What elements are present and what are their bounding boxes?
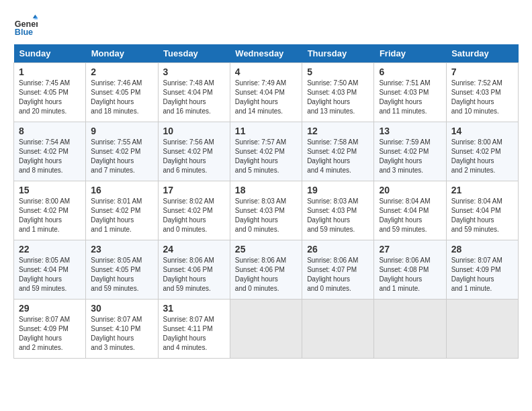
day-info: Sunrise: 8:06 AMSunset: 4:08 PMDaylight … — [379, 256, 441, 293]
day-number: 30 — [91, 303, 152, 314]
day-cell-4: 4Sunrise: 7:49 AMSunset: 4:04 PMDaylight… — [230, 63, 302, 122]
day-cell-29: 29Sunrise: 8:07 AMSunset: 4:09 PMDayligh… — [14, 300, 86, 359]
day-info: Sunrise: 8:04 AMSunset: 4:04 PMDaylight … — [451, 197, 513, 234]
day-number: 31 — [163, 303, 225, 314]
day-number: 10 — [163, 126, 225, 136]
day-info: Sunrise: 8:06 AMSunset: 4:07 PMDaylight … — [307, 256, 369, 293]
day-info: Sunrise: 7:46 AMSunset: 4:05 PMDaylight … — [91, 79, 152, 116]
day-cell-20: 20Sunrise: 8:04 AMSunset: 4:04 PMDayligh… — [374, 181, 446, 240]
calendar-week-3: 15Sunrise: 8:00 AMSunset: 4:02 PMDayligh… — [14, 181, 519, 240]
calendar-table: SundayMondayTuesdayWednesdayThursdayFrid… — [13, 44, 519, 359]
day-info: Sunrise: 7:48 AMSunset: 4:04 PMDaylight … — [163, 79, 225, 116]
day-number: 19 — [307, 185, 369, 195]
day-number: 7 — [451, 66, 513, 77]
logo: General Blue — [13, 13, 38, 38]
day-cell-28: 28Sunrise: 8:07 AMSunset: 4:09 PMDayligh… — [446, 240, 518, 300]
day-cell-19: 19Sunrise: 8:03 AMSunset: 4:03 PMDayligh… — [302, 181, 374, 240]
day-info: Sunrise: 8:05 AMSunset: 4:04 PMDaylight … — [19, 256, 81, 293]
day-cell-5: 5Sunrise: 7:50 AMSunset: 4:03 PMDaylight… — [302, 63, 374, 122]
empty-cell — [446, 300, 518, 359]
day-cell-27: 27Sunrise: 8:06 AMSunset: 4:08 PMDayligh… — [374, 240, 446, 300]
day-info: Sunrise: 7:45 AMSunset: 4:05 PMDaylight … — [19, 79, 81, 116]
day-number: 15 — [19, 185, 81, 195]
day-cell-11: 11Sunrise: 7:57 AMSunset: 4:02 PMDayligh… — [230, 122, 302, 181]
day-info: Sunrise: 7:51 AMSunset: 4:03 PMDaylight … — [379, 79, 441, 116]
day-number: 22 — [19, 244, 81, 255]
day-cell-2: 2Sunrise: 7:46 AMSunset: 4:05 PMDaylight… — [86, 63, 158, 122]
day-info: Sunrise: 8:05 AMSunset: 4:05 PMDaylight … — [91, 256, 152, 293]
calendar-week-5: 29Sunrise: 8:07 AMSunset: 4:09 PMDayligh… — [14, 300, 519, 359]
day-number: 4 — [235, 66, 297, 77]
day-cell-25: 25Sunrise: 8:06 AMSunset: 4:06 PMDayligh… — [230, 240, 302, 300]
day-cell-3: 3Sunrise: 7:48 AMSunset: 4:04 PMDaylight… — [158, 63, 230, 122]
logo-icon: General Blue — [13, 13, 38, 38]
calendar-week-2: 8Sunrise: 7:54 AMSunset: 4:02 PMDaylight… — [14, 122, 519, 181]
day-info: Sunrise: 7:58 AMSunset: 4:02 PMDaylight … — [307, 138, 369, 175]
day-info: Sunrise: 8:01 AMSunset: 4:02 PMDaylight … — [91, 197, 152, 234]
day-info: Sunrise: 7:59 AMSunset: 4:02 PMDaylight … — [379, 138, 441, 175]
day-info: Sunrise: 7:55 AMSunset: 4:02 PMDaylight … — [91, 138, 152, 175]
day-number: 23 — [91, 244, 152, 255]
day-info: Sunrise: 8:03 AMSunset: 4:03 PMDaylight … — [235, 197, 297, 234]
day-number: 24 — [163, 244, 225, 255]
day-cell-21: 21Sunrise: 8:04 AMSunset: 4:04 PMDayligh… — [446, 181, 518, 240]
day-info: Sunrise: 8:03 AMSunset: 4:03 PMDaylight … — [307, 197, 369, 234]
day-info: Sunrise: 8:04 AMSunset: 4:04 PMDaylight … — [379, 197, 441, 234]
day-number: 21 — [451, 185, 513, 195]
day-number: 27 — [379, 244, 441, 255]
day-info: Sunrise: 8:06 AMSunset: 4:06 PMDaylight … — [235, 256, 297, 293]
day-cell-1: 1Sunrise: 7:45 AMSunset: 4:05 PMDaylight… — [14, 63, 86, 122]
day-cell-30: 30Sunrise: 8:07 AMSunset: 4:10 PMDayligh… — [86, 300, 158, 359]
day-info: Sunrise: 8:00 AMSunset: 4:02 PMDaylight … — [451, 138, 513, 175]
day-cell-22: 22Sunrise: 8:05 AMSunset: 4:04 PMDayligh… — [14, 240, 86, 300]
day-number: 2 — [91, 66, 152, 77]
day-cell-6: 6Sunrise: 7:51 AMSunset: 4:03 PMDaylight… — [374, 63, 446, 122]
day-cell-12: 12Sunrise: 7:58 AMSunset: 4:02 PMDayligh… — [302, 122, 374, 181]
day-info: Sunrise: 7:50 AMSunset: 4:03 PMDaylight … — [307, 79, 369, 116]
day-info: Sunrise: 8:07 AMSunset: 4:11 PMDaylight … — [163, 315, 225, 353]
day-info: Sunrise: 7:57 AMSunset: 4:02 PMDaylight … — [235, 138, 297, 175]
column-header-wednesday: Wednesday — [230, 44, 302, 63]
day-info: Sunrise: 7:54 AMSunset: 4:02 PMDaylight … — [19, 138, 81, 175]
day-cell-24: 24Sunrise: 8:06 AMSunset: 4:06 PMDayligh… — [158, 240, 230, 300]
day-info: Sunrise: 8:07 AMSunset: 4:09 PMDaylight … — [451, 256, 513, 293]
day-info: Sunrise: 8:07 AMSunset: 4:09 PMDaylight … — [19, 315, 81, 353]
day-cell-9: 9Sunrise: 7:55 AMSunset: 4:02 PMDaylight… — [86, 122, 158, 181]
day-cell-18: 18Sunrise: 8:03 AMSunset: 4:03 PMDayligh… — [230, 181, 302, 240]
day-cell-8: 8Sunrise: 7:54 AMSunset: 4:02 PMDaylight… — [14, 122, 86, 181]
page-header: General Blue — [13, 13, 519, 38]
day-info: Sunrise: 7:52 AMSunset: 4:03 PMDaylight … — [451, 79, 513, 116]
day-number: 16 — [91, 185, 152, 195]
column-header-monday: Monday — [86, 44, 158, 63]
day-number: 26 — [307, 244, 369, 255]
day-number: 28 — [451, 244, 513, 255]
day-number: 17 — [163, 185, 225, 195]
day-cell-14: 14Sunrise: 8:00 AMSunset: 4:02 PMDayligh… — [446, 122, 518, 181]
column-header-thursday: Thursday — [302, 44, 374, 63]
day-cell-10: 10Sunrise: 7:56 AMSunset: 4:02 PMDayligh… — [158, 122, 230, 181]
column-header-friday: Friday — [374, 44, 446, 63]
day-number: 20 — [379, 185, 441, 195]
day-number: 25 — [235, 244, 297, 255]
day-cell-17: 17Sunrise: 8:02 AMSunset: 4:02 PMDayligh… — [158, 181, 230, 240]
day-cell-26: 26Sunrise: 8:06 AMSunset: 4:07 PMDayligh… — [302, 240, 374, 300]
column-header-saturday: Saturday — [446, 44, 518, 63]
day-number: 11 — [235, 126, 297, 136]
column-header-tuesday: Tuesday — [158, 44, 230, 63]
day-cell-7: 7Sunrise: 7:52 AMSunset: 4:03 PMDaylight… — [446, 63, 518, 122]
day-number: 14 — [451, 126, 513, 136]
day-number: 18 — [235, 185, 297, 195]
day-info: Sunrise: 8:06 AMSunset: 4:06 PMDaylight … — [163, 256, 225, 293]
column-header-sunday: Sunday — [14, 44, 86, 63]
calendar-week-1: 1Sunrise: 7:45 AMSunset: 4:05 PMDaylight… — [14, 63, 519, 122]
day-info: Sunrise: 7:56 AMSunset: 4:02 PMDaylight … — [163, 138, 225, 175]
day-number: 9 — [91, 126, 152, 136]
empty-cell — [302, 300, 374, 359]
calendar-week-4: 22Sunrise: 8:05 AMSunset: 4:04 PMDayligh… — [14, 240, 519, 300]
day-number: 5 — [307, 66, 369, 77]
day-cell-16: 16Sunrise: 8:01 AMSunset: 4:02 PMDayligh… — [86, 181, 158, 240]
empty-cell — [374, 300, 446, 359]
day-number: 8 — [19, 126, 81, 136]
empty-cell — [230, 300, 302, 359]
day-cell-13: 13Sunrise: 7:59 AMSunset: 4:02 PMDayligh… — [374, 122, 446, 181]
